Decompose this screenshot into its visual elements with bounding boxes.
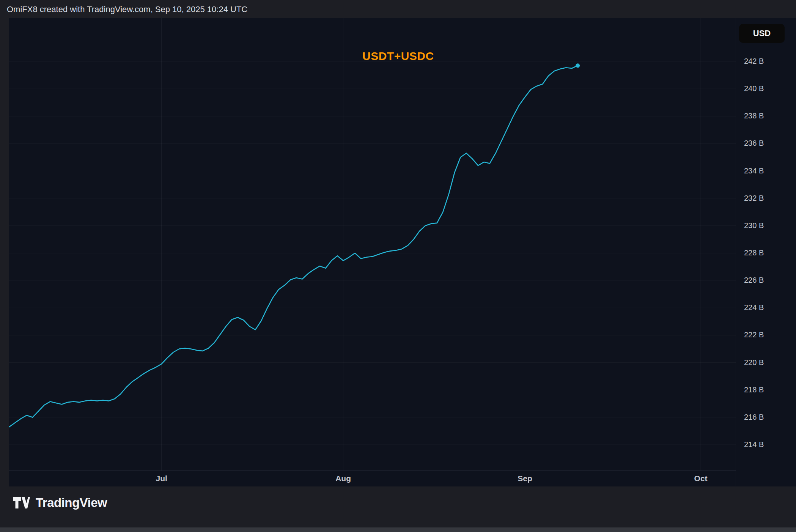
price-axis-label: 224 B	[744, 303, 764, 312]
series-line	[9, 66, 578, 427]
price-axis-label: 226 B	[744, 276, 764, 285]
price-axis-label: 242 B	[744, 57, 764, 66]
time-axis-label: Sep	[518, 474, 532, 483]
price-axis-label: 222 B	[744, 331, 764, 339]
footer: TradingView	[0, 486, 796, 527]
page-bottom-strip	[0, 527, 796, 532]
price-axis-label: 228 B	[744, 249, 764, 257]
price-axis-label: 236 B	[744, 139, 764, 148]
price-chart-svg	[9, 18, 736, 471]
price-axis[interactable]: 242 B240 B238 B236 B234 B232 B230 B228 B…	[736, 18, 796, 486]
currency-usd-button[interactable]: USD	[739, 24, 785, 43]
price-axis-label: 216 B	[744, 413, 764, 422]
price-axis-label: 230 B	[744, 221, 764, 230]
tradingview-wordmark: TradingView	[36, 496, 107, 510]
time-axis-label: Jul	[156, 474, 167, 483]
price-axis-label: 214 B	[744, 440, 764, 449]
last-value-marker	[576, 63, 580, 68]
time-axis[interactable]: JulAugSepOct	[9, 471, 736, 486]
price-axis-label: 238 B	[744, 112, 764, 120]
time-axis-label: Aug	[335, 474, 351, 483]
tradingview-logo-icon	[13, 496, 30, 509]
time-axis-label: Oct	[694, 474, 708, 483]
price-axis-label: 232 B	[744, 194, 764, 203]
price-axis-label: 234 B	[744, 167, 764, 175]
price-axis-label: 220 B	[744, 358, 764, 367]
price-axis-label: 218 B	[744, 386, 764, 394]
chart-widget: USDT+USDC JulAugSepOct 242 B240 B238 B23…	[9, 18, 796, 486]
tradingview-logo-link[interactable]: TradingView	[13, 496, 107, 510]
chart-plot-area[interactable]: USDT+USDC	[9, 18, 736, 471]
price-axis-label: 240 B	[744, 84, 764, 93]
symbol-title: USDT+USDC	[362, 50, 434, 63]
attribution-text: OmiFX8 created with TradingView.com, Sep…	[7, 5, 247, 14]
